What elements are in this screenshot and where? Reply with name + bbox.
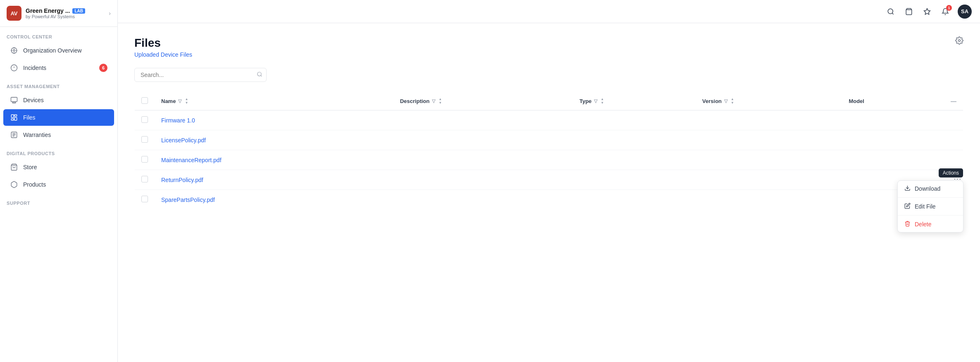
top-nav: 1 SA [118, 0, 980, 23]
row-type-1 [573, 130, 696, 150]
sidebar-label-products: Products [23, 181, 46, 188]
type-sort-icons[interactable]: ▲ ▼ [601, 98, 604, 105]
row-description-1 [393, 130, 573, 150]
table-row: Firmware 1.0 [135, 110, 963, 130]
version-sort-icons[interactable]: ▲ ▼ [731, 98, 734, 105]
actions-tooltip: Actions [939, 168, 963, 177]
row-checkbox-2[interactable] [141, 156, 148, 163]
row-type-2 [573, 150, 696, 170]
sidebar-expand-icon[interactable]: › [109, 10, 111, 17]
row-name-0: Firmware 1.0 [155, 110, 393, 130]
action-download[interactable]: Download [898, 181, 963, 197]
store-icon [10, 163, 18, 171]
files-icon [10, 113, 18, 122]
sidebar-title-wrap: Green Energy ... LAB by Powerful AV Syst… [26, 7, 105, 19]
version-filter-icon[interactable]: ▽ [724, 98, 727, 104]
header-checkbox-col [135, 92, 155, 110]
desc-sort-icons[interactable]: ▲ ▼ [439, 98, 442, 105]
row-checkbox-4[interactable] [141, 196, 148, 202]
cart-button[interactable] [903, 6, 915, 17]
name-sort-icons[interactable]: ▲ ▼ [185, 98, 188, 105]
type-filter-icon[interactable]: ▽ [594, 98, 597, 104]
svg-line-15 [892, 13, 893, 14]
incidents-icon [10, 64, 18, 72]
svg-point-18 [959, 40, 961, 42]
svg-rect-9 [14, 115, 17, 116]
row-checkbox-1[interactable] [141, 136, 148, 143]
lab-badge: LAB [72, 8, 85, 14]
sidebar-item-files[interactable]: Files [3, 109, 114, 126]
actions-divider-2 [898, 215, 963, 216]
desc-filter-icon[interactable]: ▽ [432, 98, 435, 104]
sidebar-label-warranties: Warranties [23, 132, 51, 138]
sidebar-logo: AV [7, 6, 21, 21]
action-edit-file[interactable]: Edit File [898, 199, 963, 214]
row-checkbox-cell [135, 130, 155, 150]
sidebar-label-store: Store [23, 164, 37, 170]
file-link-4[interactable]: SparePartsPolicy.pdf [161, 197, 215, 203]
delete-icon [904, 221, 911, 228]
svg-line-20 [261, 75, 262, 77]
table-settings-button[interactable] [955, 36, 963, 47]
svg-rect-8 [11, 115, 14, 117]
row-checkbox-cell [135, 170, 155, 190]
row-description-2 [393, 150, 573, 170]
row-checkbox-3[interactable] [141, 176, 148, 182]
svg-marker-17 [924, 8, 930, 14]
sidebar-label-incidents: Incidents [23, 65, 46, 71]
row-checkbox-cell [135, 150, 155, 170]
sidebar-header[interactable]: AV Green Energy ... LAB by Powerful AV S… [0, 0, 117, 27]
sidebar-item-store[interactable]: Store [3, 159, 114, 175]
file-link-1[interactable]: LicensePolicy.pdf [161, 137, 206, 144]
user-avatar[interactable]: SA [958, 5, 972, 19]
search-input[interactable] [134, 68, 267, 82]
sidebar-label-devices: Devices [23, 97, 44, 103]
row-version-3 [696, 170, 842, 190]
row-checkbox-cell [135, 190, 155, 210]
sidebar-label-org-overview: Organization Overview [23, 47, 82, 54]
section-asset-management: Asset Management [0, 77, 117, 91]
magic-button[interactable] [921, 6, 933, 17]
row-model-0 [842, 110, 963, 130]
action-delete-label: Delete [915, 221, 931, 228]
row-model-1 [842, 130, 963, 150]
svg-rect-11 [11, 119, 14, 120]
sidebar-item-org-overview[interactable]: Organization Overview [3, 42, 114, 59]
svg-point-14 [888, 9, 893, 14]
search-button[interactable] [885, 6, 897, 17]
org-icon [10, 46, 18, 55]
notifications-button[interactable]: 1 [939, 6, 951, 17]
row-checkbox-cell [135, 110, 155, 130]
section-control-center: Control Center [0, 27, 117, 42]
row-type-4 [573, 190, 696, 210]
content-area: Files Uploaded Device Files Name ▽ [118, 23, 980, 362]
row-version-1 [696, 130, 842, 150]
row-name-2: MaintenanceReport.pdf [155, 150, 393, 170]
model-col-menu[interactable]: — [951, 98, 956, 105]
files-table: Name ▽ ▲ ▼ Description ▽ [134, 92, 963, 210]
row-description-4 [393, 190, 573, 210]
table-row: MaintenanceReport.pdf [135, 150, 963, 170]
action-delete[interactable]: Delete [898, 216, 963, 232]
file-link-2[interactable]: MaintenanceReport.pdf [161, 157, 222, 163]
edit-icon [904, 203, 911, 210]
sidebar-item-products[interactable]: Products [3, 176, 114, 193]
download-icon [904, 185, 911, 192]
notif-badge: 1 [946, 5, 952, 11]
file-link-0[interactable]: Firmware 1.0 [161, 117, 195, 124]
col-version: Version ▽ ▲ ▼ [696, 92, 842, 110]
section-digital-products: Digital Products [0, 144, 117, 158]
select-all-checkbox[interactable] [141, 97, 148, 104]
table-row: ReturnPolicy.pdf [135, 170, 963, 190]
sidebar-item-incidents[interactable]: Incidents 6 [3, 60, 114, 76]
row-checkbox-0[interactable] [141, 116, 148, 123]
row-type-3 [573, 170, 696, 190]
name-filter-icon[interactable]: ▽ [178, 98, 181, 104]
section-support: Support [0, 193, 117, 208]
col-model: Model — [842, 92, 963, 110]
sidebar-item-devices[interactable]: Devices [3, 92, 114, 108]
sidebar-item-warranties[interactable]: Warranties [3, 127, 114, 143]
actions-divider-1 [898, 197, 963, 198]
warranties-icon [10, 131, 18, 139]
file-link-3[interactable]: ReturnPolicy.pdf [161, 177, 203, 183]
